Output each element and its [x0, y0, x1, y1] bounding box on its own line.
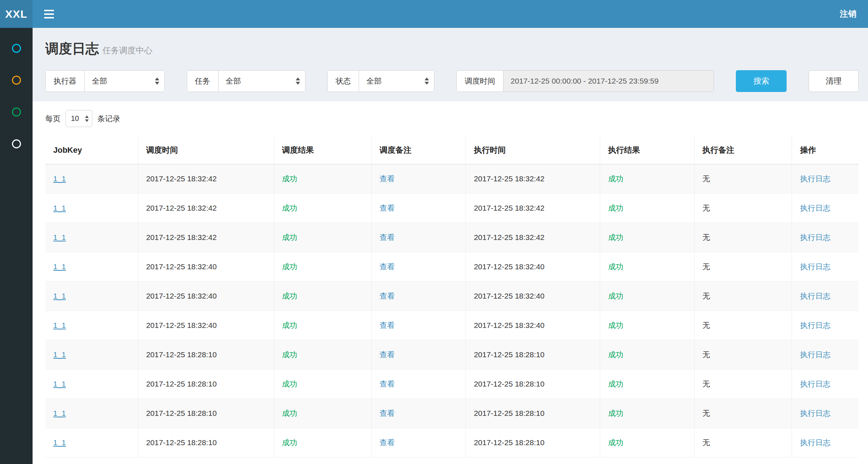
jobkey-link[interactable]: 1_1 [53, 321, 66, 329]
trigger-time-cell: 2017-12-25 18:32:42 [138, 194, 274, 223]
handle-msg-cell: 无 [694, 428, 792, 457]
jobkey-link[interactable]: 1_1 [53, 438, 66, 447]
jobkey-link[interactable]: 1_1 [53, 409, 66, 417]
search-button[interactable]: 搜索 [736, 70, 787, 92]
jobkey-link[interactable]: 1_1 [53, 233, 66, 241]
trigger-result-cell: 成功 [274, 399, 371, 428]
exec-log-link[interactable]: 执行日志 [800, 262, 830, 271]
trigger-time-filter-group: 调度时间 2017-12-25 00:00:00 - 2017-12-25 23… [456, 70, 714, 92]
column-header-6[interactable]: 执行备注 [694, 136, 792, 164]
status-filter-label: 状态 [328, 71, 359, 92]
jobkey-link[interactable]: 1_1 [53, 174, 66, 183]
trigger-msg-link[interactable]: 查看 [380, 204, 395, 212]
table-row: 1_1 2017-12-25 18:28:10 成功 查看 2017-12-25… [45, 340, 859, 370]
jobkey-link[interactable]: 1_1 [53, 292, 66, 300]
exec-log-link[interactable]: 执行日志 [800, 292, 830, 300]
exec-log-link[interactable]: 执行日志 [800, 350, 830, 359]
page-subtitle: 任务调度中心 [102, 46, 152, 55]
trigger-msg-link[interactable]: 查看 [380, 292, 395, 300]
exec-log-link[interactable]: 执行日志 [800, 204, 830, 212]
trigger-time-cell: 2017-12-25 18:32:40 [138, 311, 274, 340]
column-header-5[interactable]: 执行结果 [600, 136, 694, 164]
table-row: 1_1 2017-12-25 18:32:40 成功 查看 2017-12-25… [45, 282, 859, 311]
trigger-msg-link[interactable]: 查看 [380, 380, 395, 388]
exec-log-link[interactable]: 执行日志 [800, 174, 830, 183]
column-header-2[interactable]: 调度结果 [274, 136, 371, 164]
table-row: 1_1 2017-12-25 18:32:42 成功 查看 2017-12-25… [45, 223, 859, 252]
trigger-result-cell: 成功 [274, 311, 371, 340]
sidebar-item-3[interactable] [0, 96, 33, 128]
handle-msg-cell: 无 [694, 399, 792, 428]
trigger-msg-link[interactable]: 查看 [380, 321, 395, 329]
page-size-suffix-label: 条记录 [97, 114, 120, 124]
handle-time-cell: 2017-12-25 18:28:10 [466, 428, 600, 457]
trigger-result-cell: 成功 [274, 194, 371, 223]
job-select[interactable]: 全部 [219, 71, 305, 92]
handle-result-cell: 成功 [600, 428, 694, 457]
trigger-time-cell: 2017-12-25 18:32:42 [138, 164, 274, 194]
trigger-time-range-input[interactable]: 2017-12-25 00:00:00 - 2017-12-25 23:59:5… [503, 71, 714, 92]
app-root: XXL 注销 调度日志任务调度中心 执行器 全部 [0, 0, 868, 464]
trigger-result-cell: 成功 [274, 428, 371, 457]
handle-result-cell: 成功 [600, 340, 694, 370]
exec-log-link[interactable]: 执行日志 [800, 380, 830, 388]
log-table: JobKey调度时间调度结果调度备注执行时间执行结果执行备注操作 1_1 201… [45, 136, 859, 457]
table-row: 1_1 2017-12-25 18:32:40 成功 查看 2017-12-25… [45, 252, 859, 282]
column-header-3[interactable]: 调度备注 [371, 136, 466, 164]
app-logo[interactable]: XXL [0, 0, 33, 28]
sidebar-item-4[interactable] [0, 128, 33, 160]
trigger-msg-link[interactable]: 查看 [380, 438, 395, 447]
page-size-value: 10 [71, 114, 79, 123]
sidebar-item-2[interactable] [0, 64, 33, 96]
exec-log-link[interactable]: 执行日志 [800, 438, 830, 447]
trigger-msg-link[interactable]: 查看 [380, 174, 395, 183]
jobkey-link[interactable]: 1_1 [53, 262, 66, 271]
page-size-select[interactable]: 10 [66, 110, 92, 127]
top-navbar: XXL 注销 [0, 0, 868, 28]
column-header-0[interactable]: JobKey [45, 136, 138, 164]
handle-result-cell: 成功 [600, 223, 694, 252]
job-select-value: 全部 [226, 76, 241, 86]
logout-link[interactable]: 注销 [840, 8, 856, 20]
page-size-row: 每页 10 条记录 [45, 110, 859, 127]
status-select[interactable]: 全部 [359, 71, 434, 92]
log-table-body: 1_1 2017-12-25 18:32:42 成功 查看 2017-12-25… [45, 164, 859, 457]
circle-icon [12, 139, 21, 148]
app-logo-text: XXL [5, 8, 27, 20]
handle-msg-cell: 无 [694, 164, 792, 194]
handle-msg-cell: 无 [694, 194, 792, 223]
handle-time-cell: 2017-12-25 18:32:42 [466, 164, 600, 194]
status-filter-group: 状态 全部 [327, 70, 434, 92]
trigger-msg-link[interactable]: 查看 [380, 350, 395, 359]
jobkey-link[interactable]: 1_1 [53, 350, 66, 359]
trigger-msg-link[interactable]: 查看 [380, 233, 395, 241]
trigger-result-cell: 成功 [274, 164, 371, 194]
column-header-4[interactable]: 执行时间 [466, 136, 600, 164]
handle-msg-cell: 无 [694, 223, 792, 252]
trigger-msg-link[interactable]: 查看 [380, 409, 395, 417]
content-header: 调度日志任务调度中心 [45, 39, 859, 58]
jobkey-link[interactable]: 1_1 [53, 204, 66, 212]
sidebar-item-1[interactable] [0, 32, 33, 64]
trigger-msg-link[interactable]: 查看 [380, 262, 395, 271]
column-header-1[interactable]: 调度时间 [138, 136, 274, 164]
column-header-7[interactable]: 操作 [792, 136, 859, 164]
trigger-result-cell: 成功 [274, 370, 371, 399]
trigger-time-cell: 2017-12-25 18:32:40 [138, 282, 274, 311]
page-title: 调度日志 [45, 41, 99, 56]
jobkey-link[interactable]: 1_1 [53, 380, 66, 388]
exec-log-link[interactable]: 执行日志 [800, 321, 830, 329]
hamburger-icon [44, 10, 54, 11]
executor-filter-group: 执行器 全部 [45, 70, 165, 92]
trigger-time-cell: 2017-12-25 18:28:10 [138, 370, 274, 399]
select-arrows-icon [85, 115, 89, 122]
page-size-prefix-label: 每页 [45, 114, 60, 124]
handle-result-cell: 成功 [600, 252, 694, 282]
sidebar-toggle-button[interactable] [44, 10, 54, 18]
executor-select[interactable]: 全部 [85, 71, 164, 92]
exec-log-link[interactable]: 执行日志 [800, 233, 830, 241]
exec-log-link[interactable]: 执行日志 [800, 409, 830, 417]
job-filter-label: 任务 [187, 71, 219, 92]
executor-filter-label: 执行器 [46, 71, 85, 92]
clear-log-button[interactable]: 清理 [809, 70, 859, 92]
